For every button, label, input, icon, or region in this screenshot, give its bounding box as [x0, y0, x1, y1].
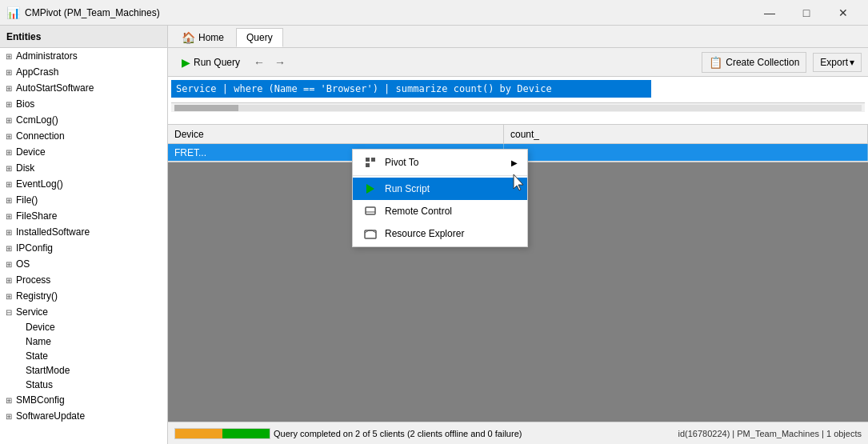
sidebar-item-process[interactable]: ⊞ Process — [0, 272, 167, 288]
child-label: Device — [26, 322, 55, 333]
create-collection-button[interactable]: 📋 Create Collection — [702, 52, 806, 73]
context-menu-item-resource-explorer[interactable]: Resource Explorer — [353, 222, 527, 245]
run-icon: ▶ — [182, 56, 190, 69]
arrow-icon: ▶ — [511, 158, 518, 167]
service-child-state[interactable]: State — [22, 349, 167, 363]
run-query-button[interactable]: ▶ Run Query — [174, 51, 247, 74]
menu-separator — [353, 175, 527, 176]
expand-icon[interactable]: ⊞ — [3, 242, 14, 254]
query-scrollbar[interactable] — [171, 102, 865, 112]
sidebar-item-installedsoftware[interactable]: ⊞ InstalledSoftware — [0, 224, 167, 240]
sidebar-item-label: SMBConfig — [16, 394, 65, 406]
title-bar: 📊 CMPivot (PM_Team_Machines) — □ ✕ — [0, 0, 868, 26]
query-scroll-thumb — [174, 105, 238, 111]
run-query-label: Run Query — [194, 57, 240, 68]
sidebar-item-label: Device — [16, 146, 46, 158]
app-icon: 📊 — [6, 6, 20, 19]
minimize-button[interactable]: — — [751, 0, 788, 26]
sidebar-item-os[interactable]: ⊞ OS — [0, 256, 167, 272]
resource-explorer-label: Resource Explorer — [385, 228, 464, 239]
svg-rect-1 — [371, 158, 375, 162]
run-script-icon — [362, 181, 378, 197]
sidebar-item-label: SoftwareUpdate — [16, 410, 85, 422]
expand-icon[interactable]: ⊟ — [3, 306, 14, 318]
service-child-status[interactable]: Status — [22, 378, 167, 392]
svg-marker-3 — [366, 184, 374, 194]
sidebar-item-eventlog[interactable]: ⊞ EventLog() — [0, 176, 167, 192]
toolbar: ▶ Run Query ← → 📋 Create Collection Expo… — [168, 48, 868, 77]
expand-icon[interactable]: ⊞ — [3, 114, 14, 126]
expand-icon[interactable]: ⊞ — [3, 82, 14, 94]
context-menu-item-run-script[interactable]: Run Script — [353, 178, 527, 200]
sidebar-item-fileshare[interactable]: ⊞ FileShare — [0, 208, 167, 224]
sidebar-item-label: Disk — [16, 162, 34, 174]
expand-icon[interactable]: ⊞ — [3, 274, 14, 286]
svg-rect-2 — [366, 163, 370, 167]
service-child-name[interactable]: Name — [22, 334, 167, 349]
sidebar-item-smbconfig[interactable]: ⊞ SMBConfig — [0, 392, 167, 408]
service-child-startmode[interactable]: StartMode — [22, 363, 167, 378]
child-label: Name — [26, 336, 51, 347]
tab-bar: 🏠 Home Query — [168, 26, 868, 48]
expand-icon[interactable]: ⊞ — [3, 66, 14, 78]
expand-icon[interactable]: ⊞ — [3, 98, 14, 110]
context-menu: Pivot To ▶ Run Script Remote Control — [352, 149, 528, 247]
sidebar-item-label: Process — [16, 274, 50, 286]
sidebar-item-bios[interactable]: ⊞ Bios — [0, 96, 167, 112]
remote-control-icon — [362, 203, 378, 219]
sidebar-item-label: Service — [16, 306, 48, 318]
sidebar-content[interactable]: ⊞ Administrators ⊞ AppCrash ⊞ AutoStartS… — [0, 48, 167, 444]
expand-icon[interactable]: ⊞ — [3, 394, 14, 406]
expand-icon[interactable]: ⊞ — [3, 50, 14, 62]
title-bar-title: CMPivot (PM_Team_Machines) — [25, 7, 160, 18]
expand-icon[interactable]: ⊞ — [3, 226, 14, 238]
expand-icon[interactable]: ⊞ — [3, 178, 14, 190]
sidebar-item-registry[interactable]: ⊞ Registry() — [0, 288, 167, 304]
back-button[interactable]: ← — [250, 53, 268, 72]
sidebar-item-service[interactable]: ⊟ Service — [0, 304, 167, 320]
expand-icon[interactable]: ⊞ — [3, 130, 14, 142]
sidebar-item-softwareupdate[interactable]: ⊞ SoftwareUpdate — [0, 408, 167, 424]
sidebar-item-file[interactable]: ⊞ File() — [0, 192, 167, 208]
expand-icon[interactable]: ⊞ — [3, 258, 14, 270]
export-button[interactable]: Export ▾ — [813, 53, 862, 72]
expand-icon[interactable]: ⊞ — [3, 146, 14, 158]
maximize-button[interactable]: □ — [788, 0, 825, 26]
col-header-device: Device — [168, 125, 504, 143]
title-bar-controls: — □ ✕ — [751, 0, 862, 26]
context-menu-item-remote-control[interactable]: Remote Control — [353, 200, 527, 222]
query-text[interactable]: Service | where (Name == 'Browser') | su… — [171, 80, 651, 98]
close-button[interactable]: ✕ — [825, 0, 862, 26]
sidebar-item-label: AutoStartSoftware — [16, 82, 94, 94]
tab-query-label: Query — [246, 32, 273, 43]
resource-explorer-icon — [362, 226, 378, 242]
expand-icon[interactable]: ⊞ — [3, 290, 14, 302]
sidebar-item-ccmlog[interactable]: ⊞ CcmLog() — [0, 112, 167, 128]
expand-icon[interactable]: ⊞ — [3, 210, 14, 222]
expand-icon[interactable]: ⊞ — [3, 410, 14, 422]
cell-count[interactable]: 1 — [504, 144, 868, 161]
sidebar-header: Entities — [0, 26, 167, 48]
sidebar-item-label: CcmLog() — [16, 114, 58, 126]
svg-rect-4 — [366, 207, 375, 214]
sidebar-item-label: Administrators — [16, 50, 78, 62]
title-bar-left: 📊 CMPivot (PM_Team_Machines) — [6, 6, 160, 19]
sidebar-item-disk[interactable]: ⊞ Disk — [0, 160, 167, 176]
tab-query[interactable]: Query — [236, 28, 283, 47]
sidebar-item-ipconfig[interactable]: ⊞ IPConfig — [0, 240, 167, 256]
sidebar-item-label: IPConfig — [16, 242, 53, 254]
sidebar-item-administrators[interactable]: ⊞ Administrators — [0, 48, 167, 64]
query-editor[interactable]: Service | where (Name == 'Browser') | su… — [168, 77, 868, 125]
context-menu-item-pivot-to[interactable]: Pivot To ▶ — [353, 151, 527, 174]
expand-icon[interactable]: ⊞ — [3, 194, 14, 206]
create-collection-icon: 📋 — [709, 56, 722, 69]
service-child-device[interactable]: Device — [22, 320, 167, 334]
export-label: Export — [820, 57, 848, 68]
sidebar-item-appcrash[interactable]: ⊞ AppCrash — [0, 64, 167, 80]
sidebar-item-autostartsoftware[interactable]: ⊞ AutoStartSoftware — [0, 80, 167, 96]
sidebar-item-connection[interactable]: ⊞ Connection — [0, 128, 167, 144]
tab-home[interactable]: 🏠 Home — [171, 28, 234, 47]
forward-button[interactable]: → — [271, 53, 289, 72]
expand-icon[interactable]: ⊞ — [3, 162, 14, 174]
sidebar-item-device[interactable]: ⊞ Device — [0, 144, 167, 160]
